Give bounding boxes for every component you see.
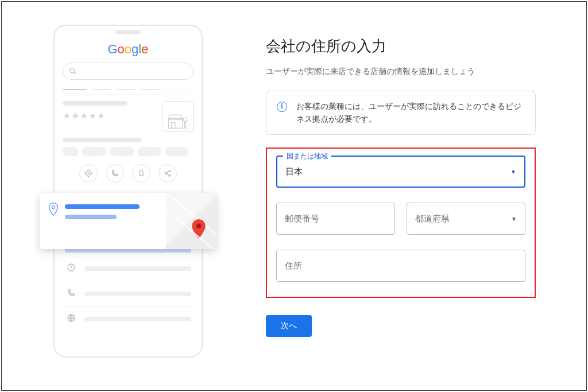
- svg-line-1: [74, 72, 76, 74]
- bookmark-icon: [132, 164, 150, 183]
- postal-code-input[interactable]: 郵便番号: [276, 203, 395, 235]
- svg-point-7: [165, 173, 166, 174]
- svg-line-10: [167, 174, 169, 176]
- call-icon: [106, 164, 124, 183]
- phone-icon: [65, 288, 78, 299]
- svg-point-5: [183, 118, 187, 122]
- form-column: 会社の住所の入力 ユーザーが実際に来店できる店舗の情報を追加しましょう i お客…: [237, 25, 547, 367]
- address-input[interactable]: 住所: [276, 250, 525, 282]
- share-icon: [158, 164, 177, 183]
- phone-speaker: [115, 30, 141, 34]
- info-banner-text: お客様の業種には、ユーザーが実際に訪れることのできるビジネス拠点が必要です。: [296, 100, 525, 125]
- page-title: 会社の住所の入力: [266, 36, 536, 56]
- svg-point-12: [196, 223, 202, 228]
- illustration-map-card: [40, 193, 216, 249]
- search-icon: [69, 67, 77, 75]
- phone-mockup: Google ★★★★★: [53, 25, 203, 358]
- page-subtitle: ユーザーが実際に来店できる店舗の情報を追加しましょう: [266, 67, 536, 77]
- svg-point-8: [169, 175, 170, 176]
- illustration-chips: [63, 147, 194, 156]
- storefront-icon: [163, 101, 194, 132]
- illustration-tabs: [63, 86, 194, 90]
- illustration-phone-row: [63, 286, 194, 301]
- globe-icon: [65, 313, 78, 324]
- google-logo: Google: [63, 42, 194, 57]
- illustration-action-icons: [63, 164, 194, 183]
- dropdown-arrow-icon: ▼: [510, 169, 516, 175]
- clock-icon: [65, 263, 78, 274]
- country-label: 国または地域: [283, 152, 331, 161]
- illustration-column: Google ★★★★★: [19, 25, 237, 367]
- illustration-result-row: ★★★★★: [63, 101, 194, 132]
- illustration-hours-row: [63, 261, 194, 276]
- directions-icon: [79, 164, 98, 183]
- illustration-search-bar: [63, 63, 194, 80]
- dropdown-arrow-icon: ▼: [511, 216, 517, 222]
- svg-point-0: [70, 68, 75, 73]
- address-fields-highlight: 国または地域 日本 ▼ 郵便番号 都道府県 ▼ 住所: [266, 148, 536, 298]
- svg-point-6: [169, 170, 170, 172]
- country-value: 日本: [285, 166, 303, 177]
- next-button[interactable]: 次へ: [266, 315, 312, 337]
- prefecture-select[interactable]: 都道府県 ▼: [407, 203, 525, 235]
- svg-line-9: [167, 172, 169, 173]
- svg-point-11: [52, 206, 55, 209]
- map-pin-red-icon: [191, 219, 206, 239]
- star-rating-icon: ★★★★★: [63, 110, 156, 121]
- illustration-website-row: [63, 311, 194, 327]
- svg-rect-3: [171, 122, 175, 128]
- info-icon: i: [277, 102, 287, 112]
- country-select[interactable]: 国または地域 日本 ▼: [276, 156, 525, 188]
- map-pin-outline-icon: [48, 202, 59, 217]
- svg-rect-4: [185, 122, 186, 129]
- info-banner: i お客様の業種には、ユーザーが実際に訪れることのできるビジネス拠点が必要です。: [266, 91, 536, 135]
